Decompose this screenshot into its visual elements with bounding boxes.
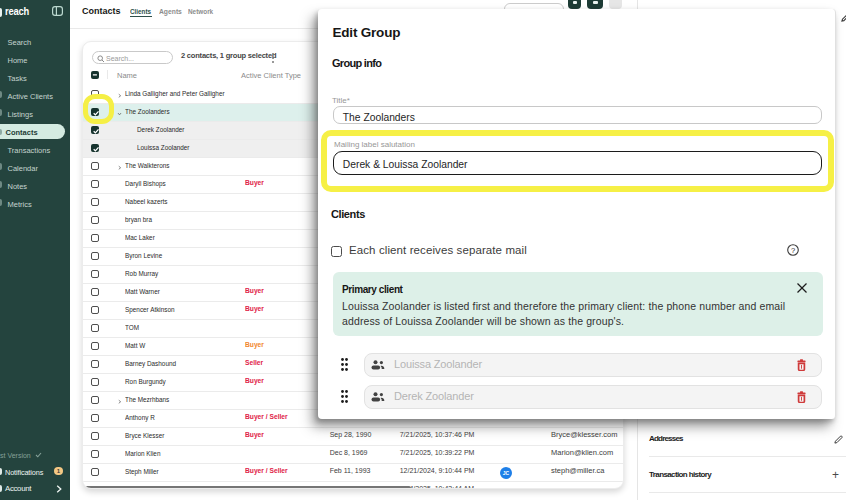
svg-text:?: ? bbox=[791, 246, 795, 255]
